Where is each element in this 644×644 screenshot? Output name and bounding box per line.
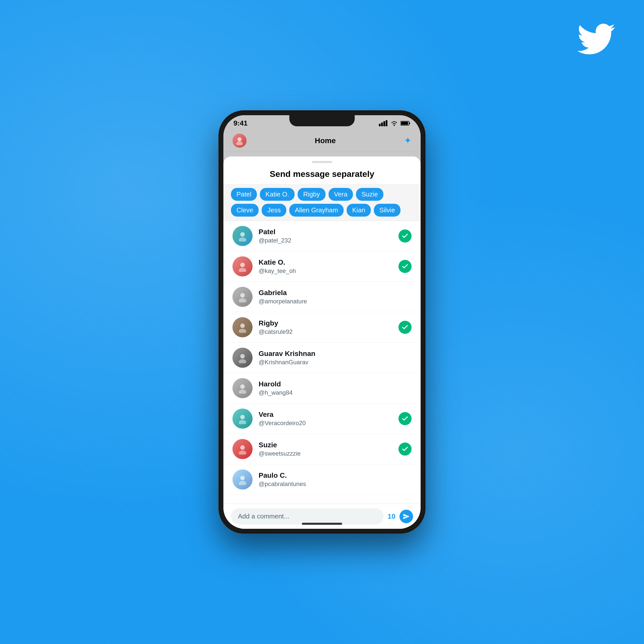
svg-point-11 (239, 237, 246, 241)
contact-handle: @patel_232 (259, 237, 398, 244)
sheet-handle (312, 161, 332, 163)
contact-item[interactable]: Guarav Krishnan@KrishnanGuarav (223, 343, 421, 373)
svg-point-8 (237, 137, 241, 141)
contact-name: Guarav Krishnan (259, 350, 412, 358)
app-header: Home ✦ (223, 129, 421, 152)
svg-rect-0 (379, 124, 381, 126)
contact-name: Katie O. (259, 258, 398, 266)
svg-point-15 (239, 298, 246, 302)
contact-item[interactable]: Vera@Veracordeiro20 (223, 404, 421, 434)
user-avatar[interactable] (232, 134, 247, 148)
contact-name: Vera (259, 411, 398, 419)
contact-avatar (232, 469, 253, 490)
contact-avatar (232, 317, 253, 337)
comment-input[interactable]: Add a comment... (231, 508, 384, 525)
svg-point-19 (239, 359, 246, 363)
svg-point-9 (236, 141, 243, 145)
svg-point-21 (239, 390, 246, 394)
svg-point-25 (239, 451, 246, 455)
contact-handle: @sweetsuzzzie (259, 450, 398, 457)
svg-point-14 (240, 293, 245, 298)
phone-frame: 9:41 (219, 111, 425, 533)
twitter-logo (574, 20, 619, 58)
tag-chip[interactable]: Kian (347, 204, 371, 217)
contact-avatar (232, 409, 253, 429)
contact-name: Suzie (259, 441, 398, 449)
svg-point-17 (239, 329, 246, 333)
svg-point-16 (240, 324, 245, 328)
svg-point-22 (240, 415, 245, 419)
contact-avatar (232, 226, 253, 246)
svg-point-12 (240, 263, 245, 267)
contact-item[interactable]: Suzie@sweetsuzzzie (223, 434, 421, 464)
contact-info: Patel@patel_232 (259, 228, 398, 244)
contact-item[interactable]: Gabriela@amorpelanature (223, 282, 421, 312)
tag-chip[interactable]: Cleve (231, 204, 259, 217)
contact-item[interactable]: Patel@patel_232 (223, 221, 421, 251)
svg-point-24 (240, 445, 245, 450)
contact-name: Patel (259, 228, 398, 236)
contact-name: Harold (259, 380, 412, 388)
tag-chip[interactable]: Patel (231, 188, 257, 201)
comment-bar: Add a comment... 10 (223, 504, 421, 529)
svg-rect-7 (401, 122, 408, 125)
contact-handle: @h_wang84 (259, 389, 412, 396)
contact-item[interactable]: Harold@h_wang84 (223, 373, 421, 404)
check-circle (398, 229, 412, 243)
svg-point-10 (240, 232, 245, 237)
tag-chip[interactable]: Katie O. (260, 188, 295, 201)
contact-handle: @pcabralantunes (259, 480, 412, 488)
contact-name: Rigby (259, 319, 398, 327)
svg-rect-2 (383, 121, 385, 126)
tag-chip[interactable]: Rigby (298, 188, 325, 201)
contact-item[interactable]: Katie O.@kay_tee_oh (223, 251, 421, 282)
wifi-icon (390, 120, 398, 126)
phone-notch (289, 115, 355, 126)
check-circle (398, 260, 412, 273)
send-button[interactable] (399, 510, 413, 523)
svg-rect-3 (386, 120, 387, 126)
contact-info: Suzie@sweetsuzzzie (259, 441, 398, 457)
comment-count: 10 (388, 512, 395, 520)
phone-screen: 9:41 (223, 115, 421, 529)
contact-handle: @KrishnanGuarav (259, 359, 412, 366)
status-time: 9:41 (233, 119, 248, 127)
contact-handle: @Veracordeiro20 (259, 420, 398, 427)
svg-point-27 (239, 481, 246, 485)
tag-chip[interactable]: Silvie (374, 204, 400, 217)
contact-info: Gabriela@amorpelanature (259, 289, 412, 305)
svg-point-26 (240, 476, 245, 480)
app-title: Home (315, 136, 336, 145)
contact-info: Paulo C.@pcabralantunes (259, 471, 412, 488)
signal-icon (379, 120, 388, 126)
tag-chip[interactable]: Allen Grayham (289, 204, 344, 217)
contact-info: Katie O.@kay_tee_oh (259, 258, 398, 274)
sparkle-icon[interactable]: ✦ (404, 135, 412, 146)
tags-area: PatelKatie O.RigbyVeraSuzieCleveJessAlle… (223, 184, 421, 221)
svg-rect-1 (381, 123, 383, 126)
check-circle (398, 442, 412, 456)
contact-info: Vera@Veracordeiro20 (259, 411, 398, 427)
contacts-list: Patel@patel_232 Katie O.@kay_tee_oh Gabr… (223, 221, 421, 504)
status-icons (379, 120, 411, 126)
tag-chip[interactable]: Jess (262, 204, 286, 217)
contact-avatar (232, 256, 253, 276)
svg-point-23 (239, 420, 246, 424)
contact-avatar (232, 287, 253, 307)
contact-item[interactable]: Paulo C.@pcabralantunes (223, 464, 421, 495)
bottom-sheet: Send message separately PatelKatie O.Rig… (223, 156, 421, 529)
svg-point-4 (394, 125, 395, 126)
contact-info: Guarav Krishnan@KrishnanGuarav (259, 350, 412, 366)
tag-chip[interactable]: Vera (329, 188, 353, 201)
contact-avatar (232, 439, 253, 459)
home-indicator (302, 523, 342, 525)
svg-point-20 (240, 384, 245, 389)
sheet-title: Send message separately (223, 163, 421, 184)
contact-handle: @catsrule92 (259, 328, 398, 335)
check-circle (398, 412, 412, 425)
svg-point-18 (240, 354, 245, 358)
comment-placeholder: Add a comment... (238, 512, 289, 520)
tag-chip[interactable]: Suzie (356, 188, 383, 201)
contact-item[interactable]: Rigby@catsrule92 (223, 312, 421, 343)
svg-point-13 (239, 268, 246, 272)
